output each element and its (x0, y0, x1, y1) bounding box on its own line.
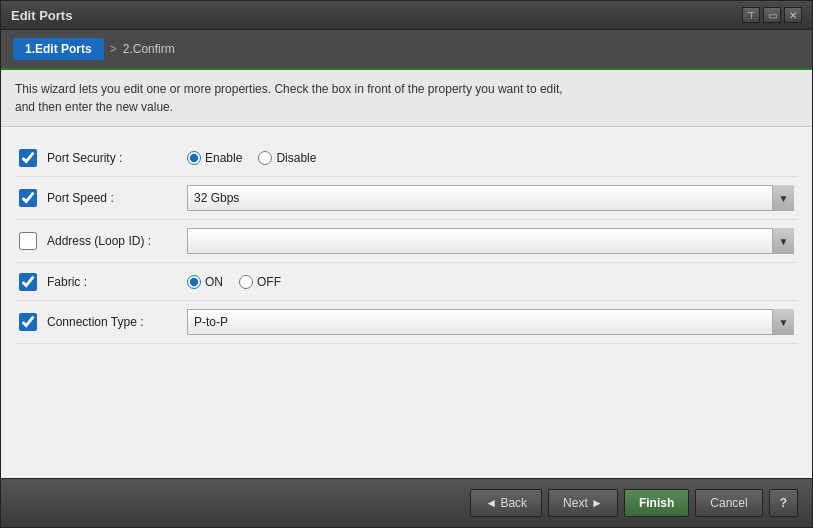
port-security-enable-text: Enable (205, 151, 242, 165)
fabric-row: Fabric : ON OFF (15, 263, 798, 301)
tab-edit-ports[interactable]: 1.Edit Ports (13, 38, 104, 60)
next-button[interactable]: Next ► (548, 489, 618, 517)
instruction-line2: and then enter the new value. (15, 98, 798, 116)
port-security-enable-radio[interactable] (187, 151, 201, 165)
instruction-bar: This wizard lets you edit one or more pr… (1, 70, 812, 127)
port-security-label: Port Security : (47, 151, 187, 165)
main-window: Edit Ports ⊤ ▭ ✕ 1.Edit Ports > 2.Confir… (0, 0, 813, 528)
fabric-off-text: OFF (257, 275, 281, 289)
instruction-line1: This wizard lets you edit one or more pr… (15, 80, 798, 98)
address-loop-select[interactable] (187, 228, 794, 254)
connection-type-checkbox[interactable] (19, 313, 37, 331)
finish-button[interactable]: Finish (624, 489, 689, 517)
port-security-radio-group: Enable Disable (187, 151, 316, 165)
port-security-row: Port Security : Enable Disable (15, 139, 798, 177)
port-security-control: Enable Disable (187, 151, 794, 165)
fabric-off-label[interactable]: OFF (239, 275, 281, 289)
port-speed-select[interactable]: 8 Gbps 16 Gbps 32 Gbps Auto (187, 185, 794, 211)
address-loop-row: Address (Loop ID) : ▼ (15, 220, 798, 263)
fabric-on-radio[interactable] (187, 275, 201, 289)
content-area: This wizard lets you edit one or more pr… (1, 70, 812, 478)
fabric-radio-group: ON OFF (187, 275, 281, 289)
pin-button[interactable]: ⊤ (742, 7, 760, 23)
fabric-label: Fabric : (47, 275, 187, 289)
restore-button[interactable]: ▭ (763, 7, 781, 23)
footer: ◄ Back Next ► Finish Cancel ? (1, 478, 812, 527)
fabric-control: ON OFF (187, 275, 794, 289)
title-bar-buttons: ⊤ ▭ ✕ (742, 7, 802, 23)
address-loop-control: ▼ (187, 228, 794, 254)
port-speed-checkbox[interactable] (19, 189, 37, 207)
port-security-disable-radio[interactable] (258, 151, 272, 165)
address-loop-label: Address (Loop ID) : (47, 234, 187, 248)
connection-type-label: Connection Type : (47, 315, 187, 329)
fabric-off-radio[interactable] (239, 275, 253, 289)
help-button[interactable]: ? (769, 489, 798, 517)
port-security-enable-label[interactable]: Enable (187, 151, 242, 165)
port-speed-label: Port Speed : (47, 191, 187, 205)
port-speed-row: Port Speed : 8 Gbps 16 Gbps 32 Gbps Auto… (15, 177, 798, 220)
wizard-tabs: 1.Edit Ports > 2.Confirm (1, 30, 812, 70)
port-security-checkbox[interactable] (19, 149, 37, 167)
fabric-checkbox[interactable] (19, 273, 37, 291)
close-button[interactable]: ✕ (784, 7, 802, 23)
connection-type-select-wrapper: P-to-P Loop Auto ▼ (187, 309, 794, 335)
window-title: Edit Ports (11, 8, 72, 23)
tab-separator: > (110, 42, 117, 56)
connection-type-select[interactable]: P-to-P Loop Auto (187, 309, 794, 335)
port-speed-select-wrapper: 8 Gbps 16 Gbps 32 Gbps Auto ▼ (187, 185, 794, 211)
port-security-disable-label[interactable]: Disable (258, 151, 316, 165)
cancel-button[interactable]: Cancel (695, 489, 762, 517)
port-speed-control: 8 Gbps 16 Gbps 32 Gbps Auto ▼ (187, 185, 794, 211)
fabric-on-text: ON (205, 275, 223, 289)
connection-type-row: Connection Type : P-to-P Loop Auto ▼ (15, 301, 798, 344)
address-loop-checkbox[interactable] (19, 232, 37, 250)
tab-confirm[interactable]: 2.Confirm (123, 42, 175, 56)
fabric-on-label[interactable]: ON (187, 275, 223, 289)
back-button[interactable]: ◄ Back (470, 489, 542, 517)
port-security-disable-text: Disable (276, 151, 316, 165)
title-bar: Edit Ports ⊤ ▭ ✕ (1, 1, 812, 30)
form-area: Port Security : Enable Disable (1, 127, 812, 478)
connection-type-control: P-to-P Loop Auto ▼ (187, 309, 794, 335)
address-loop-select-wrapper: ▼ (187, 228, 794, 254)
